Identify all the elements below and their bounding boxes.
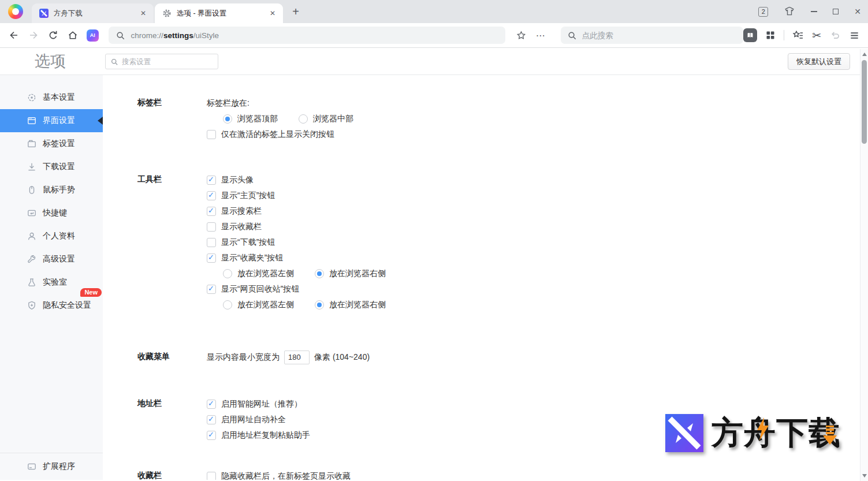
section-toolbar: 工具栏 显示头像 显示“主页”按钮 显示搜索栏 显示收藏栏 显示“下载”按钮 显… <box>103 172 868 312</box>
sidebar-item-ui-settings[interactable]: 界面设置 <box>0 109 103 132</box>
tab-icon <box>27 139 37 149</box>
min-width-range-label: 像素 (104~240) <box>314 352 370 363</box>
radio-browser-top[interactable] <box>223 114 232 124</box>
sidebar-item-basic-settings[interactable]: 基本设置 <box>0 86 103 109</box>
address-bar[interactable]: chrome://settings/uiStyle <box>109 27 505 44</box>
radio-recycle-right[interactable] <box>315 300 324 310</box>
ark-logo-icon <box>665 414 703 452</box>
new-tab-button[interactable]: + <box>288 5 303 20</box>
browser-logo-icon[interactable] <box>8 4 23 19</box>
quick-search-box[interactable] <box>561 27 743 44</box>
home-icon[interactable] <box>67 29 79 41</box>
radio-label: 浏览器顶部 <box>237 114 278 124</box>
sidebar-item-mouse-gestures[interactable]: 鼠标手势 <box>0 178 103 202</box>
more-actions-icon[interactable]: ⋯ <box>536 30 546 41</box>
sidebar-item-shortcut-keys[interactable]: 快捷键 <box>0 202 103 225</box>
scrollbar-thumb[interactable] <box>862 60 867 144</box>
hotkey-icon <box>27 208 37 218</box>
radio-fav-right[interactable] <box>315 269 324 278</box>
search-icon <box>110 58 118 66</box>
ai-assistant-button[interactable]: AI <box>87 29 99 42</box>
window-controls: 2 ✕ <box>758 0 861 23</box>
checkbox-label: 显示“网页回收站”按钮 <box>221 284 299 294</box>
window-icon <box>27 115 37 126</box>
reload-icon[interactable] <box>47 29 59 41</box>
forward-icon[interactable] <box>28 29 39 41</box>
checkbox-show-home-button[interactable] <box>207 191 216 200</box>
radio-browser-middle[interactable] <box>299 114 308 124</box>
person-icon <box>27 231 37 241</box>
radio-label: 放在浏览器左侧 <box>237 269 294 279</box>
tab-settings[interactable]: 选项 - 界面设置 ✕ <box>155 3 283 23</box>
radio-recycle-left[interactable] <box>223 300 232 310</box>
radio-label: 浏览器中部 <box>313 114 353 124</box>
navigation-toolbar: AI chrome://settings/uiStyle ⋯ <box>0 23 868 48</box>
bookmark-star-icon[interactable] <box>516 30 527 41</box>
section-title: 工具栏 <box>137 172 207 312</box>
checkbox-label: 显示收藏栏 <box>221 222 262 232</box>
mouse-icon <box>27 185 37 195</box>
settings-search-input[interactable] <box>122 58 208 66</box>
sidebar-item-extensions[interactable]: 扩展程序 <box>0 453 103 480</box>
checkbox-close-only-active[interactable] <box>207 130 216 139</box>
menu-hamburger-icon[interactable] <box>849 30 860 41</box>
download-icon <box>27 162 37 172</box>
wrench-icon <box>27 254 37 264</box>
section-title: 地址栏 <box>137 396 207 443</box>
flask-icon <box>27 277 37 288</box>
tab-bar: 方舟下载 ✕ 选项 - 界面设置 ✕ + 2 ✕ <box>0 0 868 23</box>
tab-ark-download[interactable]: 方舟下载 ✕ <box>32 3 154 23</box>
section-fav-menu: 收藏菜单 显示内容最小宽度为 像素 (104~240) <box>103 349 868 365</box>
checkbox-label: 隐藏收藏栏后，在新标签页显示收藏 <box>221 471 351 480</box>
radio-fav-left[interactable] <box>223 269 232 278</box>
active-item-notch <box>98 117 103 125</box>
window-count-badge[interactable]: 2 <box>758 7 768 17</box>
close-window-button[interactable]: ✕ <box>854 7 861 16</box>
sidebar-item-profile[interactable]: 个人资料 <box>0 225 103 248</box>
tab-close-icon[interactable]: ✕ <box>268 9 277 17</box>
new-badge: New <box>80 288 102 297</box>
quick-search-input[interactable] <box>582 31 727 40</box>
screenshot-scissors-icon[interactable]: ✂ <box>812 30 821 41</box>
maximize-button[interactable] <box>833 9 839 14</box>
sidebar-item-advanced-settings[interactable]: 高级设置 <box>0 248 103 271</box>
checkbox-label: 显示头像 <box>221 175 254 185</box>
watermark: 方舟下载 <box>665 412 841 454</box>
checkbox-show-avatar[interactable] <box>207 176 216 185</box>
checkbox-copy-paste-helper[interactable] <box>207 431 216 440</box>
checkbox-show-search-bar[interactable] <box>207 207 216 216</box>
apps-grid-icon[interactable] <box>765 30 776 40</box>
minimize-button[interactable] <box>811 11 817 12</box>
checkbox-url-autocomplete[interactable] <box>207 415 216 424</box>
settings-search-box[interactable] <box>105 54 218 69</box>
restore-defaults-button[interactable]: 恢复默认设置 <box>788 53 850 70</box>
section-tabbar: 标签栏 标签栏放在: 浏览器顶部 浏览器中部 仅在激活的标签上显示关闭按钮 <box>103 95 868 142</box>
favorites-list-icon[interactable] <box>792 29 804 41</box>
reading-mode-icon[interactable] <box>743 28 757 42</box>
checkbox-show-download-button[interactable] <box>207 238 216 247</box>
sidebar-item-tab-settings[interactable]: 标签设置 <box>0 132 103 155</box>
ark-favicon-icon <box>39 9 49 18</box>
min-width-input[interactable] <box>284 351 310 364</box>
back-icon[interactable] <box>8 29 20 41</box>
checkbox-hide-favbar-show-newtab[interactable] <box>207 472 216 480</box>
settings-header: 选项 恢复默认设置 <box>0 48 868 75</box>
checkbox-show-favorites-button[interactable] <box>207 253 216 263</box>
section-fav-bar: 收藏栏 隐藏收藏栏后，在新标签页显示收藏 <box>103 468 868 480</box>
undo-icon[interactable] <box>829 29 841 41</box>
checkbox-show-fav-bar[interactable] <box>207 222 216 232</box>
scroll-down-arrow-icon[interactable] <box>862 474 867 478</box>
scroll-up-arrow-icon[interactable] <box>862 53 867 56</box>
checkbox-show-recycle-button[interactable] <box>207 285 216 294</box>
toolbar-separator <box>784 30 784 40</box>
sidebar-item-download-settings[interactable]: 下载设置 <box>0 155 103 178</box>
checkbox-label: 启用网址自动补全 <box>221 415 286 425</box>
checkbox-smart-url[interactable] <box>207 400 216 409</box>
tab-close-icon[interactable]: ✕ <box>139 9 148 17</box>
vertical-scrollbar[interactable] <box>860 49 868 481</box>
shield-plus-icon <box>27 300 37 311</box>
sidebar-item-privacy-security[interactable]: 隐私安全设置 New <box>0 294 103 317</box>
checkbox-label: 显示“下载”按钮 <box>221 237 275 248</box>
theme-skin-icon[interactable] <box>784 6 795 17</box>
download-arrow-icon <box>822 426 837 445</box>
